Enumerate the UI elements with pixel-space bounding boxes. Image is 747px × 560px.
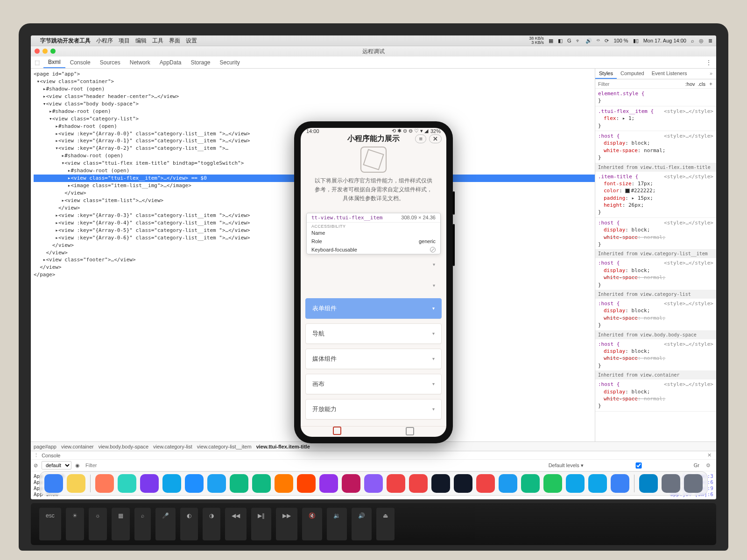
- log-levels-select[interactable]: Default levels ▾: [549, 462, 584, 469]
- dock-app[interactable]: [588, 474, 607, 493]
- tab-api[interactable]: API: [374, 427, 446, 437]
- crumb-item[interactable]: page#app: [34, 444, 56, 449]
- menubar-icon[interactable]: ▦: [549, 38, 553, 44]
- menubar-icon[interactable]: ◧: [558, 38, 563, 44]
- search-icon[interactable]: ⌕: [691, 38, 694, 43]
- wifi-icon[interactable]: ⌔: [597, 38, 600, 43]
- dock-app[interactable]: [319, 474, 338, 493]
- list-item-selected[interactable]: 表单组件▾: [305, 298, 442, 319]
- dock-app[interactable]: [611, 474, 629, 493]
- menu-item[interactable]: 工具: [152, 37, 163, 45]
- close-drawer-icon[interactable]: ✕: [705, 452, 713, 458]
- dock-app[interactable]: [566, 474, 585, 493]
- dock-app[interactable]: [409, 474, 428, 493]
- menu-item[interactable]: 小程序: [96, 37, 113, 45]
- styles-filter-input[interactable]: [598, 81, 683, 87]
- crumb-item[interactable]: view.category-list: [153, 444, 192, 449]
- clear-console-icon[interactable]: ⊘: [34, 462, 38, 469]
- menu-item[interactable]: 设置: [186, 37, 197, 45]
- tab-network[interactable]: Network: [125, 56, 155, 68]
- context-select[interactable]: default: [42, 461, 71, 469]
- dock-app[interactable]: [67, 474, 85, 493]
- battery-icon[interactable]: ▮▯: [633, 38, 639, 44]
- crumb-item[interactable]: view.body.body-space: [99, 444, 148, 449]
- drawer-menu-icon[interactable]: ⋮: [34, 452, 39, 458]
- window-titlebar[interactable]: 远程调试: [31, 46, 716, 56]
- styles-tab[interactable]: Styles: [595, 69, 617, 79]
- list-item[interactable]: ▾: [305, 277, 442, 294]
- dock-app[interactable]: [364, 474, 383, 493]
- dock-app[interactable]: [118, 474, 136, 493]
- crumb-item[interactable]: view.container: [61, 444, 94, 449]
- close-button[interactable]: ✕: [429, 134, 442, 143]
- list-item[interactable]: 开放能力▾: [305, 399, 442, 420]
- tab-sources[interactable]: Sources: [95, 56, 125, 68]
- dock-app[interactable]: [639, 474, 658, 493]
- dock-app[interactable]: [431, 474, 450, 493]
- control-center-icon[interactable]: ◎: [699, 38, 704, 44]
- settings-icon[interactable]: ⚙: [703, 462, 713, 469]
- cls-toggle[interactable]: .cls: [698, 81, 706, 87]
- dock-app[interactable]: [521, 474, 540, 493]
- keyboard: esc☀☼▦⌕🎤◐◑◀◀▶‖▶▶🔇🔉🔊⏏: [31, 503, 716, 545]
- dock-app[interactable]: [476, 474, 495, 493]
- dock-app[interactable]: [44, 474, 63, 493]
- tab-bxml[interactable]: Bxml: [43, 56, 65, 68]
- maximize-icon[interactable]: [50, 49, 56, 54]
- dock-app[interactable]: [499, 474, 517, 493]
- add-rule-icon[interactable]: ＋: [708, 80, 713, 87]
- computed-tab[interactable]: Computed: [617, 69, 648, 79]
- dock-app[interactable]: [252, 474, 271, 493]
- menu-button[interactable]: ≡: [415, 134, 426, 143]
- menu-item[interactable]: 编辑: [135, 37, 147, 45]
- dock-app[interactable]: [140, 474, 159, 493]
- minimize-icon[interactable]: [42, 49, 48, 54]
- dock-app[interactable]: [543, 474, 562, 493]
- clock[interactable]: Mon 17. Aug 14:00: [643, 38, 686, 43]
- dock-app[interactable]: [387, 474, 405, 493]
- tab-appdata[interactable]: AppData: [155, 56, 186, 68]
- dock-app[interactable]: [454, 474, 472, 493]
- dock-app[interactable]: [95, 474, 114, 493]
- list-item[interactable]: 导航▾: [305, 323, 442, 344]
- tab-components[interactable]: 组件: [301, 427, 374, 437]
- menubar-icon[interactable]: ⟳: [605, 38, 609, 44]
- menu-icon[interactable]: ≣: [708, 38, 712, 44]
- dock-app[interactable]: [162, 474, 181, 493]
- crumb-item[interactable]: view.ttui-flex.item-title: [256, 444, 310, 449]
- styles-rules[interactable]: element.style {}<style>…</style>.ttui-fl…: [595, 89, 716, 441]
- menubar-icon[interactable]: ᯤ: [576, 38, 581, 43]
- eye-icon[interactable]: ◉: [75, 462, 80, 469]
- hov-toggle[interactable]: :hov: [685, 81, 695, 87]
- tab-storage[interactable]: Storage: [186, 56, 215, 68]
- close-icon[interactable]: [35, 49, 40, 54]
- dock-app[interactable]: [342, 474, 360, 493]
- dock-app[interactable]: [297, 474, 316, 493]
- list-item[interactable]: 画布▾: [305, 374, 442, 394]
- listeners-tab[interactable]: Event Listeners: [648, 69, 691, 79]
- list-item[interactable]: ▾: [305, 256, 442, 273]
- console-tab[interactable]: Console: [42, 453, 60, 458]
- dock-app[interactable]: [230, 474, 248, 493]
- traffic-lights[interactable]: [35, 49, 56, 54]
- tab-console[interactable]: Console: [65, 56, 95, 68]
- dock-app[interactable]: [662, 474, 680, 493]
- list-item[interactable]: 媒体组件▾: [305, 349, 442, 369]
- dock-app[interactable]: [185, 474, 204, 493]
- dock-app[interactable]: [275, 474, 293, 493]
- crumb-item[interactable]: view.category-list__item: [197, 444, 252, 449]
- menubar-icon[interactable]: G: [567, 38, 571, 43]
- macos-dock[interactable]: [39, 471, 708, 496]
- console-filter-input[interactable]: [84, 462, 186, 469]
- group-checkbox[interactable]: [587, 462, 690, 469]
- app-name[interactable]: 字节跳动开发者工具: [40, 37, 91, 45]
- menu-item[interactable]: 项目: [119, 37, 130, 45]
- menu-item[interactable]: 界面: [169, 37, 180, 45]
- dock-app[interactable]: [684, 474, 703, 493]
- more-icon[interactable]: ⋮: [701, 59, 716, 66]
- inspect-icon[interactable]: ⬚: [31, 59, 43, 66]
- volume-icon[interactable]: 🔊: [585, 38, 592, 44]
- tab-security[interactable]: Security: [215, 56, 244, 68]
- dock-app[interactable]: [207, 474, 226, 493]
- more-tabs-icon[interactable]: »: [706, 69, 716, 79]
